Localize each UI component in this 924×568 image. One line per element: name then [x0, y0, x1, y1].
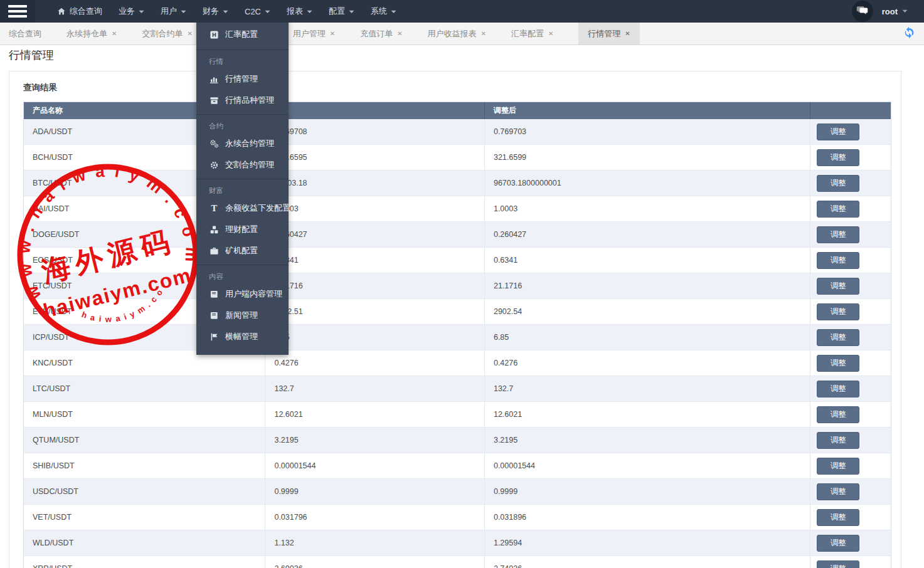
adjust-button[interactable]: 调整 [817, 483, 859, 500]
adjust-button[interactable]: 调整 [817, 535, 859, 552]
cogs-icon [209, 139, 219, 149]
before-value-cell: 132.7 [265, 376, 485, 401]
tab-4[interactable]: 充值订单✕ [360, 23, 402, 45]
nav-item-label: 财务 [203, 6, 219, 17]
nav-item-label: 用户 [161, 6, 177, 17]
close-icon[interactable]: ✕ [330, 30, 335, 37]
table-row: BCH/USDT321.6595321.6599调整 [24, 145, 891, 171]
adjust-button[interactable]: 调整 [817, 432, 859, 449]
adjust-button[interactable]: 调整 [817, 175, 859, 192]
chat-icon [856, 4, 868, 19]
close-icon[interactable]: ✕ [112, 30, 117, 37]
dropdown-section-header: 合约 [196, 115, 289, 133]
dropdown-item-3-1[interactable]: 理财配置 [196, 219, 289, 240]
product-name-cell: SHIB/USDT [24, 453, 265, 478]
adjust-button[interactable]: 调整 [817, 124, 859, 140]
nav-item-label: 综合查询 [70, 6, 102, 17]
adjust-button[interactable]: 调整 [817, 278, 859, 295]
nav-item-0[interactable]: 综合查询 [49, 0, 110, 23]
market-table: 产品名称调整后 ADA/USDT0.7697080.769703调整BCH/US… [23, 102, 891, 568]
after-value-cell: 21.1716 [485, 273, 810, 298]
tab-0[interactable]: 综合查询 [9, 23, 41, 45]
adjust-button[interactable]: 调整 [817, 303, 859, 320]
action-cell: 调整 [810, 428, 891, 453]
close-icon[interactable]: ✕ [397, 30, 402, 37]
before-value-cell: 321.6595 [265, 145, 485, 170]
action-cell: 调整 [810, 196, 891, 221]
nav-item-7[interactable]: 系统 [363, 0, 405, 23]
action-cell: 调整 [810, 376, 891, 401]
dropdown-item-label: 矿机配置 [225, 245, 258, 256]
chevron-down-icon [181, 10, 186, 14]
chat-button[interactable] [852, 1, 873, 22]
table-row: DOGE/USDT0.2604270.260427调整 [24, 222, 891, 248]
before-value-cell: 96703.18 [265, 171, 485, 196]
dropdown-item-1-1[interactable]: 行情品种管理 [196, 90, 289, 111]
action-cell: 调整 [810, 402, 891, 427]
dropdown-item-2-1[interactable]: 交割合约管理 [196, 154, 289, 176]
tab-6[interactable]: 汇率配置✕ [511, 23, 553, 45]
page-title: 行情管理 [9, 48, 54, 63]
adjust-button[interactable]: 调整 [817, 355, 859, 372]
close-icon[interactable]: ✕ [481, 30, 486, 37]
nav-item-5[interactable]: 报表 [279, 0, 321, 23]
dropdown-item-label: 行情品种管理 [225, 95, 274, 106]
tab-label: 永续持仓单 [66, 28, 107, 39]
tab-2[interactable]: 交割合约单✕ [142, 23, 192, 45]
after-value-cell: 132.7 [485, 376, 810, 401]
dropdown-item-label: 交割合约管理 [225, 159, 274, 171]
adjust-button[interactable]: 调整 [817, 406, 859, 423]
close-icon[interactable]: ✕ [187, 30, 192, 37]
bar-chart-icon [209, 75, 219, 84]
adjust-button[interactable]: 调整 [817, 149, 859, 166]
adjust-button[interactable]: 调整 [817, 458, 859, 475]
nav-item-1[interactable]: 业务 [110, 0, 152, 23]
close-icon[interactable]: ✕ [625, 30, 630, 37]
tab-3[interactable]: 用户管理✕ [293, 23, 335, 45]
user-menu[interactable]: root [882, 7, 908, 16]
table-row: KNC/USDT0.42760.4276调整 [24, 350, 891, 376]
adjust-button[interactable]: 调整 [817, 381, 859, 397]
before-value-cell: 0.4276 [265, 350, 485, 376]
adjust-button[interactable]: 调整 [817, 252, 859, 269]
menu-icon[interactable] [0, 0, 35, 23]
nav-item-3[interactable]: 财务 [194, 0, 236, 23]
chevron-down-icon [902, 9, 908, 13]
close-icon[interactable]: ✕ [548, 30, 553, 37]
table-row: USDC/USDT0.99990.9999调整 [24, 479, 891, 505]
cog-icon [209, 160, 219, 170]
nav-item-4[interactable]: C2C [236, 0, 279, 23]
dropdown-item-4-2[interactable]: 横幅管理 [196, 326, 289, 347]
nav-item-label: 业务 [119, 6, 135, 17]
dropdown-item-3-2[interactable]: 矿机配置 [196, 240, 289, 261]
after-value-cell: 2.74036 [485, 556, 810, 568]
tab-5[interactable]: 用户收益报表✕ [428, 23, 486, 45]
table-row: EOS/USDT0.63410.6341调整 [24, 248, 891, 273]
adjust-button[interactable]: 调整 [817, 329, 859, 346]
table-row: BTC/USDT96703.1896703.1800000001调整 [24, 171, 891, 196]
adjust-button[interactable]: 调整 [817, 226, 859, 243]
nav-item-6[interactable]: 配置 [321, 0, 363, 23]
before-value-cell: 3.2195 [265, 428, 485, 453]
before-value-cell: 0.769708 [265, 119, 485, 144]
table-body: ADA/USDT0.7697080.769703调整BCH/USDT321.65… [24, 119, 891, 568]
adjust-button[interactable]: 调整 [817, 509, 859, 526]
adjust-button[interactable]: 调整 [817, 201, 859, 218]
tab-1[interactable]: 永续持仓单✕ [66, 23, 117, 45]
dropdown-item-4-1[interactable]: 新闻管理 [196, 305, 289, 326]
tab-label: 综合查询 [9, 28, 41, 39]
nav-item-2[interactable]: 用户 [152, 0, 194, 23]
nav-dropdown: 汇率配置行情行情管理行情品种管理合约永续合约管理交割合约管理财富T余额收益下发配… [196, 19, 289, 355]
after-value-cell: 0.4276 [485, 350, 810, 376]
dropdown-item-3-0[interactable]: T余额收益下发配置 [196, 197, 289, 219]
dropdown-item-label: 横幅管理 [225, 331, 258, 342]
tab-label: 行情管理 [588, 28, 620, 39]
dropdown-item-2-0[interactable]: 永续合约管理 [196, 133, 289, 154]
adjust-button[interactable]: 调整 [817, 560, 859, 568]
product-name-cell: LTC/USDT [24, 376, 265, 401]
dropdown-item-4-0[interactable]: 用户端内容管理 [196, 283, 289, 305]
dropdown-item-0-0[interactable]: 汇率配置 [196, 23, 289, 46]
refresh-button[interactable] [903, 23, 924, 45]
dropdown-item-1-0[interactable]: 行情管理 [196, 68, 289, 90]
tab-7[interactable]: 行情管理✕ [578, 23, 639, 45]
